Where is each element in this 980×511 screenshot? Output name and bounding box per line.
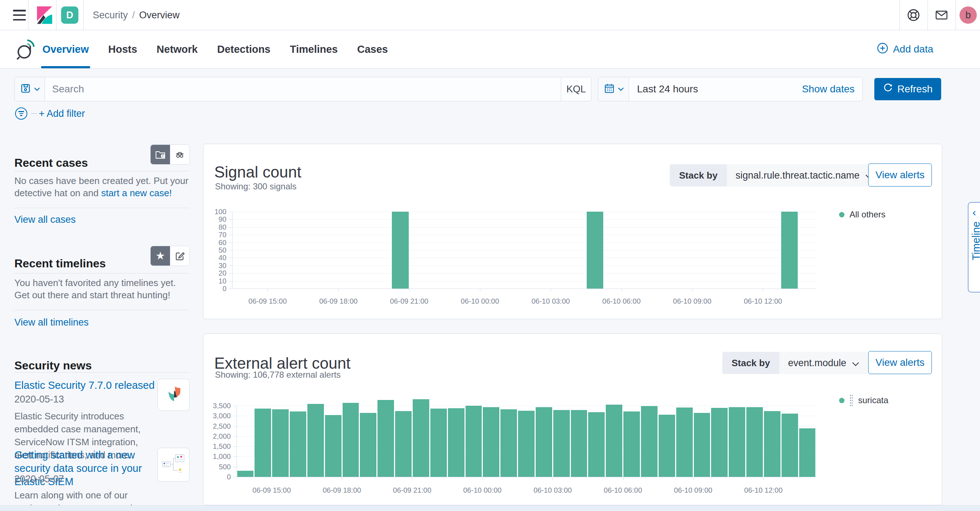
y-axis-tick (233, 446, 237, 447)
query-language-button[interactable]: KQL (561, 77, 591, 101)
news-item-title[interactable]: Elastic Security 7.7.0 released (14, 379, 162, 392)
chart-bar[interactable] (392, 212, 408, 289)
x-axis-tick (338, 289, 339, 292)
favorite-timelines-button[interactable]: ★ (151, 246, 170, 265)
x-axis-tick (763, 289, 763, 292)
search-input[interactable] (45, 77, 561, 101)
y-axis-tick (229, 212, 232, 212)
external-stack-by-select[interactable]: event.module (780, 352, 868, 374)
chart-bar[interactable] (360, 413, 376, 477)
chart-bar[interactable] (255, 409, 271, 477)
recent-timelines-edit-button[interactable] (170, 246, 189, 265)
chart-bar[interactable] (711, 408, 728, 477)
divider (83, 0, 84, 30)
space-badge[interactable]: D (61, 6, 78, 24)
chart-bar[interactable] (430, 409, 447, 477)
tab-timelines[interactable]: Timelines (288, 30, 339, 68)
chart-bar[interactable] (641, 406, 657, 477)
breadcrumb-page: Overview (139, 10, 180, 21)
chart-bar[interactable] (746, 407, 763, 477)
chart-bar[interactable] (694, 413, 710, 477)
y-axis-tick (229, 250, 232, 251)
chart-bar[interactable] (659, 415, 675, 477)
y-axis-line (232, 212, 232, 289)
add-filter-button[interactable]: + Add filter (39, 108, 85, 119)
y-axis-label: 80 (204, 223, 226, 231)
chart-bar[interactable] (325, 415, 342, 477)
calendar-button[interactable] (598, 77, 629, 101)
x-axis-label: 06-10 09:00 (657, 297, 729, 305)
chart-bar[interactable] (290, 411, 306, 477)
tab-overview[interactable]: Overview (41, 30, 90, 68)
chart-bar[interactable] (606, 405, 622, 477)
chart-bar[interactable] (377, 400, 394, 477)
chart-bar[interactable] (553, 410, 570, 477)
diagram-thumbnail (162, 452, 186, 477)
divider (28, 0, 29, 30)
chart-bar[interactable] (307, 404, 324, 477)
menu-icon[interactable] (13, 10, 26, 21)
add-data-button[interactable]: Add data (877, 30, 933, 68)
view-all-cases-link[interactable]: View all cases (14, 214, 76, 225)
external-view-alerts-button[interactable]: View alerts (868, 351, 932, 374)
gridline (232, 258, 816, 258)
start-new-case-link[interactable]: start a new case! (101, 187, 172, 198)
signal-stack-by-select[interactable]: signal.rule.threat.tactic.name (727, 164, 881, 187)
y-axis-label: 30 (204, 261, 226, 270)
timeline-bottom-bar[interactable] (0, 505, 980, 511)
news-item-thumbnail[interactable] (158, 448, 189, 481)
x-axis-tick (482, 477, 483, 480)
chart-bar[interactable] (799, 428, 816, 477)
chart-bar[interactable] (272, 409, 289, 477)
x-axis-label: 06-09 21:00 (373, 297, 445, 305)
tab-hosts[interactable]: Hosts (107, 30, 139, 68)
chart-bar[interactable] (624, 411, 640, 477)
timeline-tab-label: Timeline (970, 221, 980, 260)
chart-bar[interactable] (518, 411, 535, 477)
chart-bar[interactable] (536, 407, 552, 477)
tab-detections[interactable]: Detections (216, 30, 272, 68)
x-axis-tick (693, 477, 694, 480)
chart-bar[interactable] (466, 406, 482, 477)
view-all-timelines-link[interactable]: View all timelines (14, 317, 89, 328)
recent-cases-filter-button[interactable] (151, 145, 170, 164)
chart-bar[interactable] (448, 408, 465, 477)
signal-view-alerts-button[interactable]: View alerts (868, 163, 932, 187)
chart-bar[interactable] (483, 407, 500, 477)
recent-cases-my-button[interactable] (170, 145, 189, 164)
user-avatar[interactable]: b (959, 6, 977, 24)
chart-bar[interactable] (588, 412, 605, 477)
y-axis-tick (229, 258, 232, 258)
tab-network[interactable]: Network (155, 30, 199, 68)
chart-bar[interactable] (500, 409, 517, 477)
nav-tabs: Overview Hosts Network Detections Timeli… (41, 30, 389, 68)
chart-bar[interactable] (343, 403, 359, 477)
saved-queries-button[interactable] (15, 77, 45, 101)
chart-bar[interactable] (781, 212, 798, 289)
y-axis-line (237, 406, 237, 477)
legend-label[interactable]: suricata (858, 395, 888, 405)
chart-bar[interactable] (764, 411, 781, 477)
chart-bar[interactable] (676, 408, 693, 477)
mail-icon[interactable] (934, 8, 949, 22)
time-range-value[interactable]: Last 24 hours (629, 77, 794, 101)
gridline (232, 243, 816, 243)
chart-bar[interactable] (237, 471, 254, 477)
chart-bar[interactable] (781, 414, 798, 477)
breadcrumb-section[interactable]: Security (93, 10, 128, 21)
news-item-thumbnail[interactable] (158, 379, 189, 411)
chart-bar[interactable] (729, 407, 745, 477)
chart-bar[interactable] (587, 212, 603, 289)
x-axis-label: 06-09 21:00 (376, 486, 448, 495)
chart-bar[interactable] (571, 410, 587, 477)
show-dates-button[interactable]: Show dates (794, 77, 862, 101)
tab-cases[interactable]: Cases (356, 30, 389, 68)
help-icon[interactable] (906, 8, 921, 22)
timeline-flyout-tab[interactable]: ‹ Timeline (968, 202, 980, 292)
legend-label[interactable]: All others (850, 209, 885, 219)
chart-bar[interactable] (395, 411, 412, 477)
refresh-button[interactable]: Refresh (874, 78, 941, 100)
kibana-logo[interactable] (35, 6, 54, 26)
chart-bar[interactable] (413, 399, 429, 477)
filter-icon[interactable] (15, 108, 27, 120)
